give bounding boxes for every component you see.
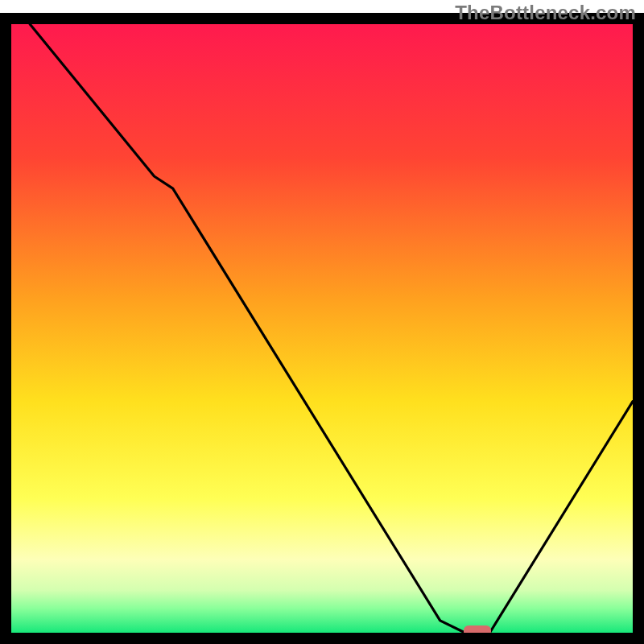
- watermark-text: TheBottleneck.com: [455, 2, 636, 24]
- bottleneck-chart: TheBottleneck.com: [0, 0, 644, 644]
- chart-svg: [0, 0, 644, 644]
